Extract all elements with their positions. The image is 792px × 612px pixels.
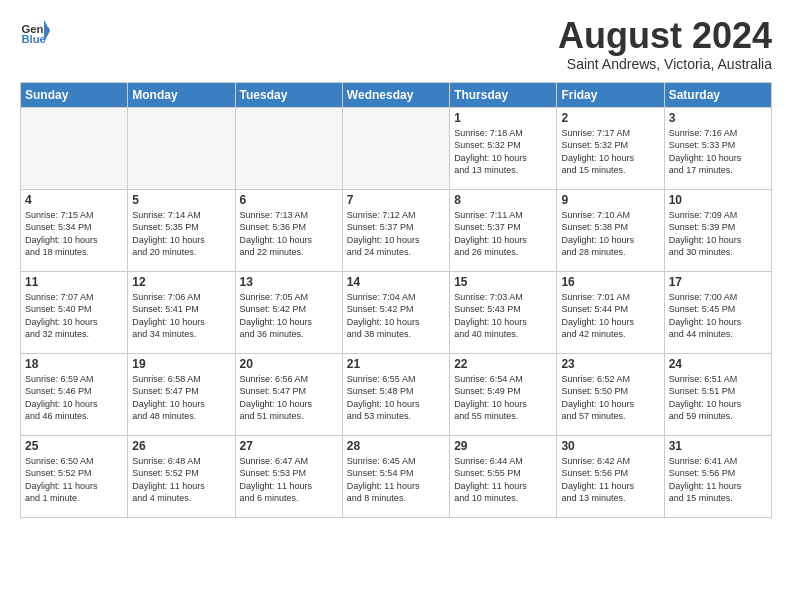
table-row: 3Sunrise: 7:16 AM Sunset: 5:33 PM Daylig…	[664, 107, 771, 189]
day-number: 28	[347, 439, 445, 453]
calendar-week-3: 11Sunrise: 7:07 AM Sunset: 5:40 PM Dayli…	[21, 271, 772, 353]
day-number: 13	[240, 275, 338, 289]
day-info: Sunrise: 7:01 AM Sunset: 5:44 PM Dayligh…	[561, 291, 659, 341]
day-info: Sunrise: 6:51 AM Sunset: 5:51 PM Dayligh…	[669, 373, 767, 423]
day-info: Sunrise: 7:03 AM Sunset: 5:43 PM Dayligh…	[454, 291, 552, 341]
day-number: 24	[669, 357, 767, 371]
day-number: 20	[240, 357, 338, 371]
table-row: 26Sunrise: 6:48 AM Sunset: 5:52 PM Dayli…	[128, 435, 235, 517]
day-info: Sunrise: 6:44 AM Sunset: 5:55 PM Dayligh…	[454, 455, 552, 505]
day-number: 22	[454, 357, 552, 371]
table-row: 13Sunrise: 7:05 AM Sunset: 5:42 PM Dayli…	[235, 271, 342, 353]
table-row: 10Sunrise: 7:09 AM Sunset: 5:39 PM Dayli…	[664, 189, 771, 271]
day-info: Sunrise: 7:15 AM Sunset: 5:34 PM Dayligh…	[25, 209, 123, 259]
table-row: 4Sunrise: 7:15 AM Sunset: 5:34 PM Daylig…	[21, 189, 128, 271]
table-row: 11Sunrise: 7:07 AM Sunset: 5:40 PM Dayli…	[21, 271, 128, 353]
day-info: Sunrise: 7:07 AM Sunset: 5:40 PM Dayligh…	[25, 291, 123, 341]
table-row: 29Sunrise: 6:44 AM Sunset: 5:55 PM Dayli…	[450, 435, 557, 517]
table-row: 25Sunrise: 6:50 AM Sunset: 5:52 PM Dayli…	[21, 435, 128, 517]
table-row	[128, 107, 235, 189]
day-info: Sunrise: 7:05 AM Sunset: 5:42 PM Dayligh…	[240, 291, 338, 341]
day-info: Sunrise: 7:12 AM Sunset: 5:37 PM Dayligh…	[347, 209, 445, 259]
day-number: 2	[561, 111, 659, 125]
col-sunday: Sunday	[21, 82, 128, 107]
table-row: 18Sunrise: 6:59 AM Sunset: 5:46 PM Dayli…	[21, 353, 128, 435]
table-row: 9Sunrise: 7:10 AM Sunset: 5:38 PM Daylig…	[557, 189, 664, 271]
day-number: 8	[454, 193, 552, 207]
day-info: Sunrise: 7:06 AM Sunset: 5:41 PM Dayligh…	[132, 291, 230, 341]
day-number: 19	[132, 357, 230, 371]
day-info: Sunrise: 6:58 AM Sunset: 5:47 PM Dayligh…	[132, 373, 230, 423]
day-info: Sunrise: 6:41 AM Sunset: 5:56 PM Dayligh…	[669, 455, 767, 505]
table-row: 7Sunrise: 7:12 AM Sunset: 5:37 PM Daylig…	[342, 189, 449, 271]
day-number: 1	[454, 111, 552, 125]
table-row: 22Sunrise: 6:54 AM Sunset: 5:49 PM Dayli…	[450, 353, 557, 435]
day-number: 17	[669, 275, 767, 289]
day-number: 12	[132, 275, 230, 289]
table-row: 12Sunrise: 7:06 AM Sunset: 5:41 PM Dayli…	[128, 271, 235, 353]
table-row: 16Sunrise: 7:01 AM Sunset: 5:44 PM Dayli…	[557, 271, 664, 353]
calendar-week-1: 1Sunrise: 7:18 AM Sunset: 5:32 PM Daylig…	[21, 107, 772, 189]
day-number: 5	[132, 193, 230, 207]
day-info: Sunrise: 6:42 AM Sunset: 5:56 PM Dayligh…	[561, 455, 659, 505]
day-number: 15	[454, 275, 552, 289]
day-info: Sunrise: 7:14 AM Sunset: 5:35 PM Dayligh…	[132, 209, 230, 259]
day-info: Sunrise: 7:09 AM Sunset: 5:39 PM Dayligh…	[669, 209, 767, 259]
svg-text:Blue: Blue	[22, 33, 46, 45]
table-row: 30Sunrise: 6:42 AM Sunset: 5:56 PM Dayli…	[557, 435, 664, 517]
day-number: 23	[561, 357, 659, 371]
day-info: Sunrise: 7:18 AM Sunset: 5:32 PM Dayligh…	[454, 127, 552, 177]
table-row	[21, 107, 128, 189]
day-number: 25	[25, 439, 123, 453]
day-number: 6	[240, 193, 338, 207]
day-info: Sunrise: 7:04 AM Sunset: 5:42 PM Dayligh…	[347, 291, 445, 341]
day-number: 31	[669, 439, 767, 453]
day-info: Sunrise: 6:56 AM Sunset: 5:47 PM Dayligh…	[240, 373, 338, 423]
day-info: Sunrise: 6:52 AM Sunset: 5:50 PM Dayligh…	[561, 373, 659, 423]
day-number: 29	[454, 439, 552, 453]
header: General Blue August 2024 Saint Andrews, …	[20, 16, 772, 72]
table-row: 23Sunrise: 6:52 AM Sunset: 5:50 PM Dayli…	[557, 353, 664, 435]
day-number: 7	[347, 193, 445, 207]
table-row: 15Sunrise: 7:03 AM Sunset: 5:43 PM Dayli…	[450, 271, 557, 353]
col-tuesday: Tuesday	[235, 82, 342, 107]
table-row: 1Sunrise: 7:18 AM Sunset: 5:32 PM Daylig…	[450, 107, 557, 189]
title-area: August 2024 Saint Andrews, Victoria, Aus…	[558, 16, 772, 72]
table-row: 24Sunrise: 6:51 AM Sunset: 5:51 PM Dayli…	[664, 353, 771, 435]
day-info: Sunrise: 7:16 AM Sunset: 5:33 PM Dayligh…	[669, 127, 767, 177]
day-info: Sunrise: 7:17 AM Sunset: 5:32 PM Dayligh…	[561, 127, 659, 177]
day-info: Sunrise: 7:00 AM Sunset: 5:45 PM Dayligh…	[669, 291, 767, 341]
table-row: 20Sunrise: 6:56 AM Sunset: 5:47 PM Dayli…	[235, 353, 342, 435]
calendar-week-5: 25Sunrise: 6:50 AM Sunset: 5:52 PM Dayli…	[21, 435, 772, 517]
day-number: 26	[132, 439, 230, 453]
day-number: 16	[561, 275, 659, 289]
day-info: Sunrise: 6:59 AM Sunset: 5:46 PM Dayligh…	[25, 373, 123, 423]
location: Saint Andrews, Victoria, Australia	[558, 56, 772, 72]
logo: General Blue	[20, 16, 50, 46]
day-number: 10	[669, 193, 767, 207]
day-info: Sunrise: 7:10 AM Sunset: 5:38 PM Dayligh…	[561, 209, 659, 259]
day-info: Sunrise: 6:50 AM Sunset: 5:52 PM Dayligh…	[25, 455, 123, 505]
day-number: 3	[669, 111, 767, 125]
table-row: 27Sunrise: 6:47 AM Sunset: 5:53 PM Dayli…	[235, 435, 342, 517]
calendar: Sunday Monday Tuesday Wednesday Thursday…	[20, 82, 772, 518]
table-row: 6Sunrise: 7:13 AM Sunset: 5:36 PM Daylig…	[235, 189, 342, 271]
day-number: 21	[347, 357, 445, 371]
day-info: Sunrise: 6:45 AM Sunset: 5:54 PM Dayligh…	[347, 455, 445, 505]
table-row: 5Sunrise: 7:14 AM Sunset: 5:35 PM Daylig…	[128, 189, 235, 271]
day-number: 11	[25, 275, 123, 289]
day-number: 4	[25, 193, 123, 207]
day-info: Sunrise: 6:47 AM Sunset: 5:53 PM Dayligh…	[240, 455, 338, 505]
col-wednesday: Wednesday	[342, 82, 449, 107]
day-number: 18	[25, 357, 123, 371]
day-info: Sunrise: 6:55 AM Sunset: 5:48 PM Dayligh…	[347, 373, 445, 423]
table-row: 14Sunrise: 7:04 AM Sunset: 5:42 PM Dayli…	[342, 271, 449, 353]
month-title: August 2024	[558, 16, 772, 56]
day-number: 30	[561, 439, 659, 453]
table-row: 8Sunrise: 7:11 AM Sunset: 5:37 PM Daylig…	[450, 189, 557, 271]
col-monday: Monday	[128, 82, 235, 107]
table-row: 28Sunrise: 6:45 AM Sunset: 5:54 PM Dayli…	[342, 435, 449, 517]
day-info: Sunrise: 7:13 AM Sunset: 5:36 PM Dayligh…	[240, 209, 338, 259]
day-info: Sunrise: 7:11 AM Sunset: 5:37 PM Dayligh…	[454, 209, 552, 259]
table-row: 31Sunrise: 6:41 AM Sunset: 5:56 PM Dayli…	[664, 435, 771, 517]
